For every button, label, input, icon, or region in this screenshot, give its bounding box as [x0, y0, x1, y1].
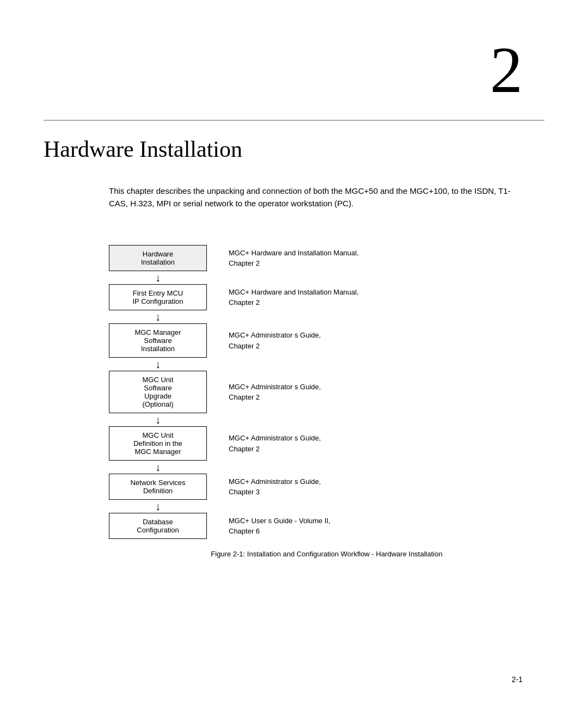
- table-row: ↓: [109, 461, 544, 474]
- ref-1: MGC+ Hardware and Installation Manual, C…: [229, 248, 544, 269]
- table-row: Hardware Installation MGC+ Hardware and …: [109, 245, 544, 271]
- ref-4: MGC+ Administrator s Guide, Chapter 2: [229, 382, 544, 403]
- table-row: ↓: [109, 310, 544, 323]
- arrow-2: ↓: [109, 311, 207, 322]
- arrow-3: ↓: [109, 359, 207, 370]
- page-container: 2 Hardware Installation This chapter des…: [0, 0, 588, 711]
- flow-box-1: Hardware Installation: [109, 245, 207, 271]
- intro-text: This chapter describes the unpacking and…: [109, 185, 523, 210]
- ref-5: MGC+ Administrator s Guide, Chapter 2: [229, 433, 544, 454]
- table-row: First Entry MCU IP Configuration MGC+ Ha…: [109, 284, 544, 310]
- arrow-6: ↓: [109, 501, 207, 512]
- table-row: ↓: [109, 413, 544, 426]
- flow-box-7: Database Configuration: [109, 513, 207, 539]
- table-row: ↓: [109, 358, 544, 371]
- ref-2: MGC+ Hardware and Installation Manual, C…: [229, 287, 544, 308]
- ref-7: MGC+ User s Guide - Volume II, Chapter 6: [229, 516, 544, 537]
- flow-box-4: MGC Unit Software Upgrade (Optional): [109, 371, 207, 413]
- ref-3: MGC+ Administrator s Guide, Chapter 2: [229, 330, 544, 351]
- figure-caption: Figure 2-1: Installation and Configurati…: [109, 550, 544, 558]
- flow-box-3: MGC Manager Software Installation: [109, 323, 207, 358]
- flow-box-2: First Entry MCU IP Configuration: [109, 284, 207, 310]
- chapter-number: 2: [490, 33, 523, 108]
- table-row: MGC Manager Software Installation MGC+ A…: [109, 323, 544, 358]
- flow-box-5: MGC Unit Definition in the MGC Manager: [109, 426, 207, 461]
- flowchart-area: Hardware Installation MGC+ Hardware and …: [109, 245, 544, 558]
- arrow-5: ↓: [109, 462, 207, 473]
- arrow-1: ↓: [109, 272, 207, 283]
- table-row: Database Configuration MGC+ User s Guide…: [109, 513, 544, 539]
- table-row: ↓: [109, 500, 544, 513]
- flow-box-6: Network Services Definition: [109, 474, 207, 500]
- table-row: MGC Unit Definition in the MGC Manager M…: [109, 426, 544, 461]
- chapter-title: Hardware Installation: [44, 136, 242, 162]
- ref-6: MGC+ Administrator s Guide, Chapter 3: [229, 476, 544, 498]
- table-row: ↓: [109, 271, 544, 284]
- page-number: 2-1: [512, 675, 523, 684]
- arrow-4: ↓: [109, 414, 207, 425]
- table-row: MGC Unit Software Upgrade (Optional) MGC…: [109, 371, 544, 413]
- horizontal-rule: [44, 120, 544, 121]
- table-row: Network Services Definition MGC+ Adminis…: [109, 474, 544, 500]
